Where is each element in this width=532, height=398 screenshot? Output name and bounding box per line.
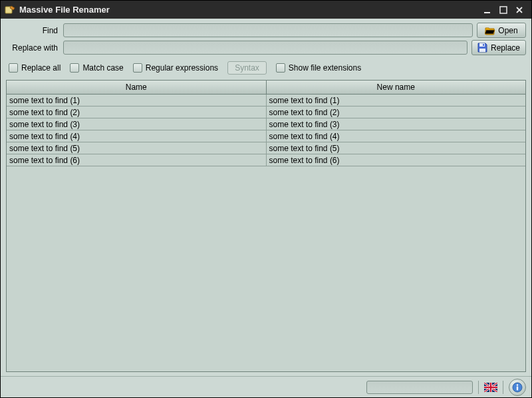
checkbox-box xyxy=(70,63,79,73)
options-row: Replace all Match case Regular expressio… xyxy=(6,57,526,80)
column-new-name[interactable]: New name xyxy=(267,81,526,95)
match-case-checkbox[interactable]: Match case xyxy=(70,63,123,73)
cell-name[interactable]: some text to find (3) xyxy=(7,118,267,130)
cell-new-name[interactable]: some text to find (4) xyxy=(267,130,526,142)
content-area: Find Open Replace with xyxy=(1,19,531,376)
minimize-button[interactable] xyxy=(479,3,495,17)
folder-open-icon xyxy=(485,25,495,36)
svg-rect-13 xyxy=(517,386,518,390)
table-row[interactable]: some text to find (6)some text to find (… xyxy=(7,154,525,166)
cell-name[interactable]: some text to find (6) xyxy=(7,154,267,166)
app-window: Massive File Renamer Find Open xyxy=(0,0,532,398)
replace-input[interactable] xyxy=(63,41,467,55)
table-row[interactable]: some text to find (4)some text to find (… xyxy=(7,130,525,142)
divider xyxy=(503,381,503,394)
table-row[interactable]: some text to find (1)some text to find (… xyxy=(7,95,525,106)
replace-button-label: Replace xyxy=(491,43,520,53)
table-header: Name New name xyxy=(7,81,525,95)
open-button-label: Open xyxy=(498,26,517,35)
table-row[interactable]: some text to find (3)some text to find (… xyxy=(7,118,525,130)
info-button[interactable] xyxy=(509,379,526,396)
checkbox-box xyxy=(9,63,18,73)
divider xyxy=(478,381,479,394)
cell-new-name[interactable]: some text to find (3) xyxy=(267,118,526,130)
table-body[interactable]: some text to find (1)some text to find (… xyxy=(7,95,525,371)
cell-name[interactable]: some text to find (1) xyxy=(7,95,267,106)
uk-flag-icon[interactable] xyxy=(484,383,497,392)
cell-name[interactable]: some text to find (4) xyxy=(7,130,267,142)
close-button[interactable] xyxy=(511,3,527,17)
titlebar: Massive File Renamer xyxy=(1,1,531,19)
replace-row: Replace with Replace xyxy=(6,40,526,55)
svg-rect-1 xyxy=(484,12,490,13)
cell-new-name[interactable]: some text to find (1) xyxy=(267,95,526,106)
regex-label: Regular expressions xyxy=(146,63,218,73)
find-input[interactable] xyxy=(63,23,473,37)
syntax-button: Syntax xyxy=(227,61,267,75)
column-name[interactable]: Name xyxy=(7,81,267,95)
app-icon xyxy=(5,5,15,15)
svg-rect-4 xyxy=(479,49,485,52)
statusbar xyxy=(1,376,531,397)
svg-rect-10 xyxy=(484,386,497,387)
open-button[interactable]: Open xyxy=(477,23,526,38)
app-title: Massive File Renamer xyxy=(19,5,479,15)
cell-name[interactable]: some text to find (5) xyxy=(7,142,267,154)
replace-button[interactable]: Replace xyxy=(471,40,526,55)
status-field xyxy=(366,381,473,394)
svg-point-12 xyxy=(517,384,518,385)
svg-rect-2 xyxy=(500,7,507,13)
svg-rect-5 xyxy=(483,44,484,46)
table-row[interactable]: some text to find (2)some text to find (… xyxy=(7,106,525,118)
replace-all-checkbox[interactable]: Replace all xyxy=(9,63,61,73)
replace-with-label: Replace with xyxy=(6,43,59,53)
cell-new-name[interactable]: some text to find (2) xyxy=(267,106,526,118)
maximize-button[interactable] xyxy=(495,3,511,17)
cell-new-name[interactable]: some text to find (5) xyxy=(267,142,526,154)
cell-new-name[interactable]: some text to find (6) xyxy=(267,154,526,166)
regex-checkbox[interactable]: Regular expressions xyxy=(133,63,218,73)
show-extensions-label: Show file extensions xyxy=(289,63,361,73)
cell-name[interactable]: some text to find (2) xyxy=(7,106,267,118)
find-label: Find xyxy=(6,26,59,35)
table-row[interactable]: some text to find (5)some text to find (… xyxy=(7,142,525,154)
save-floppy-icon xyxy=(477,43,488,53)
replace-all-label: Replace all xyxy=(21,63,61,73)
match-case-label: Match case xyxy=(82,63,123,73)
file-table: Name New name some text to find (1)some … xyxy=(6,80,526,372)
find-row: Find Open xyxy=(6,23,526,38)
show-extensions-checkbox[interactable]: Show file extensions xyxy=(276,63,361,73)
checkbox-box xyxy=(276,63,285,73)
checkbox-box xyxy=(133,63,142,73)
info-icon xyxy=(512,382,523,393)
